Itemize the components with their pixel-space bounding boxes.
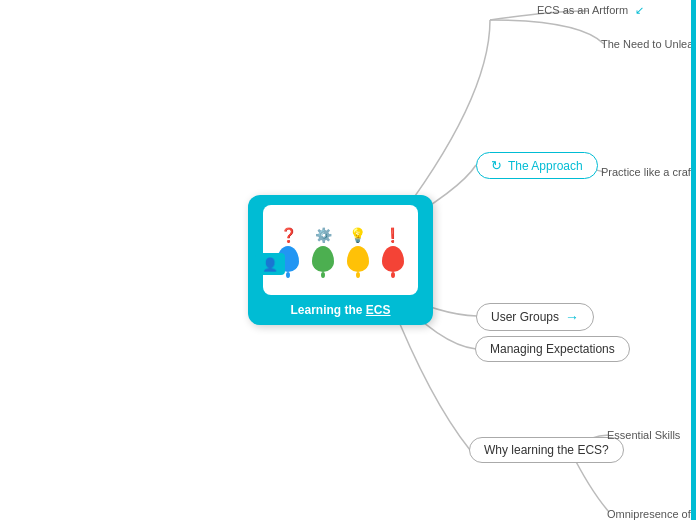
node-managing-expectations[interactable]: Managing Expectations xyxy=(475,336,630,362)
user-groups-arrow: → xyxy=(565,309,579,325)
card-icon-exclamation: ❗ xyxy=(382,228,404,272)
essential-skills-label: Essential Skills xyxy=(607,429,680,441)
user-icon-badge: 👤 xyxy=(255,253,285,275)
title-pre: Learning the xyxy=(290,303,365,317)
managing-expectations-label: Managing Expectations xyxy=(490,342,615,356)
exclamation-top-icon: ❗ xyxy=(384,228,401,242)
node-practice-craft: Practice like a craft/artform xyxy=(601,166,696,178)
card-inner: ❓ ⚙️ 💡 ❗ xyxy=(263,205,418,295)
node-user-groups[interactable]: User Groups → xyxy=(476,303,594,331)
card-icon-gear: ⚙️ xyxy=(312,228,334,272)
node-the-approach[interactable]: ↻ The Approach xyxy=(476,152,598,179)
node-need-unlearn: The Need to Unlearn ↙ xyxy=(601,38,696,51)
title-highlight: ECS xyxy=(366,303,391,317)
user-groups-label: User Groups xyxy=(491,310,559,324)
node-why-learning[interactable]: Why learning the ECS? xyxy=(469,437,624,463)
question-top-icon: ❓ xyxy=(280,228,297,242)
node-ecs-artform: ECS as an Artform ↙ xyxy=(537,4,644,17)
approach-icon: ↻ xyxy=(491,158,502,173)
approach-label: The Approach xyxy=(508,159,583,173)
lightbulb-top-icon: 💡 xyxy=(349,228,366,242)
need-unlearn-label: The Need to Unlearn xyxy=(601,38,696,50)
ecs-artform-arrow: ↙ xyxy=(635,4,644,16)
practice-craft-label: Practice like a craft/artform xyxy=(601,166,696,178)
pin-yellow xyxy=(347,246,369,272)
pin-green xyxy=(312,246,334,272)
user-icon: 👤 xyxy=(262,257,278,272)
central-card-title: Learning the ECS xyxy=(248,303,433,317)
mindmap-canvas: ❓ ⚙️ 💡 ❗ xyxy=(0,0,696,520)
pin-red xyxy=(382,246,404,272)
ecs-artform-label: ECS as an Artform xyxy=(537,4,628,16)
why-learning-label: Why learning the ECS? xyxy=(484,443,609,457)
node-omnipresence: Omnipresence of emotion xyxy=(607,508,696,520)
omnipresence-label: Omnipresence of emotion xyxy=(607,508,696,520)
node-essential-skills: Essential Skills xyxy=(607,429,680,441)
right-edge-bar xyxy=(691,0,696,520)
card-icon-lightbulb: 💡 xyxy=(347,228,369,272)
gear-top-icon: ⚙️ xyxy=(315,228,332,242)
